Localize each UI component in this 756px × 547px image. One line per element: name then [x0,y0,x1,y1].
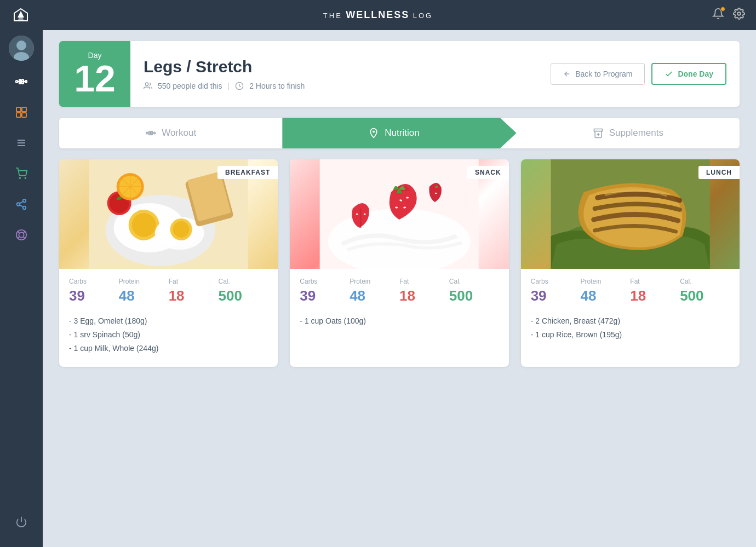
snack-carbs-stat: Carbs 39 [300,278,350,304]
lunch-ingredients: - 2 Chicken, Breast (472g) - 1 cup Rice,… [521,309,740,353]
avatar[interactable] [9,36,34,61]
carbs-stat: Carbs 39 [69,278,119,304]
svg-point-5 [16,41,26,50]
cal-value: 500 [218,287,242,304]
workout-meta: 550 people did this | 2 Hours to finish [144,82,524,90]
back-arrow-icon [563,70,571,78]
lunch-stats: Carbs 39 Protein 48 Fat 18 Cal. 500 [521,269,740,309]
snack-label: SNACK [467,166,509,179]
notification-icon[interactable] [712,8,724,22]
svg-rect-37 [146,132,148,134]
lunch-label: LUNCH [698,166,740,179]
meal-image-snack: SNACK [290,159,508,269]
back-button-label: Back to Program [575,70,632,78]
settings-icon[interactable] [733,8,745,22]
notification-dot [720,7,725,11]
svg-point-41 [373,130,375,133]
svg-rect-14 [16,113,21,117]
check-icon [665,70,673,78]
done-button-label: Done Day [678,70,713,78]
topbar: THE WELLNESS LOG [0,0,756,30]
svg-point-72 [435,193,437,194]
svg-point-27 [19,232,24,237]
meal-card-lunch: LUNCH Carbs 39 Protein 48 Fat 18 [521,159,740,367]
tab-nutrition[interactable]: Nutrition [282,118,516,148]
svg-line-30 [24,232,25,233]
tab-supplements[interactable]: Supplements [517,118,740,148]
meal-image-breakfast: BREAKFAST [59,159,278,269]
lunch-carbs-value: 39 [531,287,547,304]
sidebar-item-share[interactable] [0,190,43,218]
nutrition-tab-icon [368,128,379,139]
lunch-cal-label: Cal. [680,278,691,285]
ingredient-2: - 1 srv Spinach (50g) [69,328,268,342]
svg-point-21 [23,199,26,203]
tab-workout-label: Workout [162,128,196,139]
snack-carbs-value: 39 [300,287,316,304]
people-icon [144,82,152,90]
back-to-program-button[interactable]: Back to Program [551,63,645,85]
svg-point-3 [737,12,741,15]
lunch-protein-stat: Protein 48 [580,278,630,304]
topbar-left [11,5,31,25]
app-title: THE WELLNESS LOG [323,9,433,21]
svg-point-33 [145,83,148,85]
workout-title: Legs / Stretch [144,57,524,76]
snack-fat-stat: Fat 18 [399,278,449,304]
fat-label: Fat [169,278,178,285]
sidebar-item-list[interactable] [0,129,43,157]
protein-label: Protein [119,278,140,285]
svg-line-31 [18,237,20,239]
done-day-button[interactable]: Done Day [651,63,726,85]
workout-tab-icon [145,128,156,139]
snack-stats: Carbs 39 Protein 48 Fat 18 Cal. 500 [290,269,508,309]
sidebar-power-button[interactable] [0,508,43,536]
lunch-fat-value: 18 [630,287,646,304]
lunch-cal-value: 500 [680,287,703,304]
cal-stat: Cal. 500 [218,278,268,304]
snack-fat-label: Fat [399,278,409,285]
sidebar-item-workout[interactable] [0,67,43,96]
snack-protein-label: Protein [350,278,370,285]
sidebar [0,30,43,547]
svg-point-19 [19,177,20,179]
header-actions: Back to Program Done Day [537,63,740,85]
cal-label: Cal. [218,278,230,285]
svg-rect-38 [154,132,156,134]
snack-cal-label: Cal. [449,278,461,285]
sidebar-item-help[interactable] [0,221,43,249]
sidebar-item-table[interactable] [0,98,43,126]
header-card: Day 12 Legs / Stretch 550 people did thi… [59,41,740,107]
breakfast-label: BREAKFAST [217,166,278,179]
tab-workout[interactable]: Workout [59,118,282,148]
ingredient-3: - 1 cup Milk, Whole (244g) [69,342,268,355]
lunch-cal-stat: Cal. 500 [680,278,730,304]
lunch-fat-label: Fat [630,278,639,285]
svg-line-29 [24,237,25,239]
lunch-ingredient-2: - 1 cup Rice, Brown (195g) [531,328,730,342]
supplements-tab-icon [593,128,604,139]
svg-line-25 [20,201,23,204]
breakfast-ingredients: - 3 Egg, Omelet (180g) - 1 srv Spinach (… [59,309,278,367]
tabs-bar: Workout Nutrition Supplements [59,118,740,148]
snack-ingredient-1: - 1 cup Oats (100g) [300,314,499,328]
svg-point-48 [132,213,156,237]
meals-row: BREAKFAST Carbs 39 Protein 48 Fat 18 [59,159,740,367]
svg-line-24 [20,205,23,207]
clock-icon [235,82,244,90]
topbar-actions [712,8,745,22]
ingredient-1: - 3 Egg, Omelet (180g) [69,314,268,328]
carbs-value: 39 [69,287,85,304]
lunch-fat-stat: Fat 18 [630,278,680,304]
svg-rect-8 [16,80,18,83]
protein-value: 48 [119,287,135,304]
snack-ingredients: - 1 cup Oats (100g) [290,309,508,339]
meal-image-lunch: LUNCH [521,159,740,269]
svg-rect-13 [22,107,26,112]
svg-point-51 [173,221,190,238]
logo-arrow [11,5,31,25]
fat-stat: Fat 18 [169,278,219,304]
day-badge: Day 12 [59,41,130,107]
lunch-carbs-label: Carbs [531,278,548,285]
sidebar-item-cart[interactable] [0,159,43,188]
